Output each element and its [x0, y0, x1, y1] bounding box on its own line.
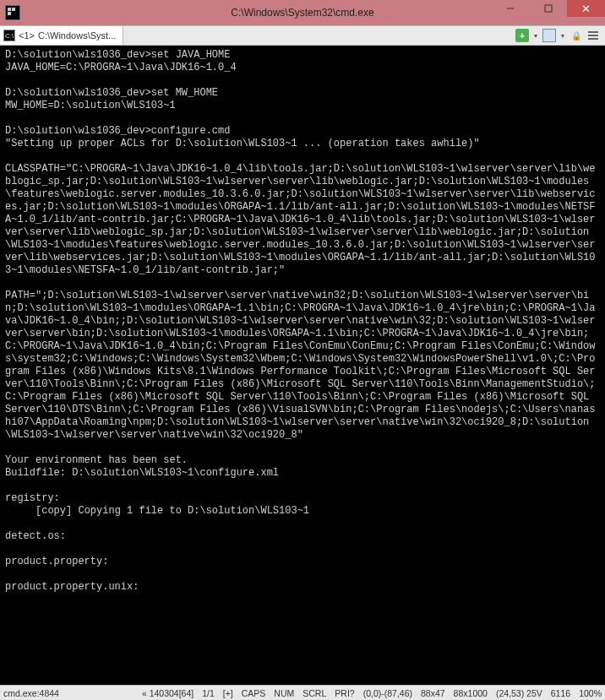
- status-mode: [+]: [223, 688, 233, 698]
- window-controls: ✕: [491, 0, 605, 17]
- status-process: cmd.exe:4844: [3, 688, 59, 698]
- lock-icon[interactable]: 🔒: [570, 29, 583, 42]
- new-console-button[interactable]: +: [515, 29, 529, 42]
- tab-label: C:\Windows\Syst...: [38, 30, 116, 41]
- toolbar-tray: + ▾ ▾ 🔒: [510, 26, 605, 45]
- status-chars: « 140304[64]: [142, 688, 193, 698]
- close-button[interactable]: ✕: [567, 0, 605, 17]
- status-buf: 6116: [551, 688, 570, 698]
- window-titlebar: C:\Windows\System32\cmd.exe ✕: [0, 0, 605, 25]
- minimize-button[interactable]: [491, 0, 529, 17]
- attach-window-button[interactable]: [542, 29, 556, 42]
- status-consize: 88x1000: [454, 688, 488, 698]
- status-pri: PRI?: [335, 688, 354, 698]
- svg-rect-3: [8, 12, 11, 15]
- status-scrl: SCRL: [302, 688, 326, 698]
- tabbar-spacer: [123, 26, 510, 45]
- attach-dropdown[interactable]: ▾: [559, 29, 566, 42]
- status-bar: cmd.exe:4844 « 140304[64] 1/1 [+] CAPS N…: [0, 685, 605, 700]
- menu-button[interactable]: [586, 29, 600, 42]
- maximize-button[interactable]: [529, 0, 567, 17]
- status-pct: 100%: [579, 688, 602, 698]
- status-num: NUM: [274, 688, 294, 698]
- app-icon: [5, 5, 20, 20]
- svg-rect-2: [12, 8, 15, 11]
- tab-bar: C:\ <1> C:\Windows\Syst... + ▾ ▾ 🔒: [0, 25, 605, 46]
- status-caps: CAPS: [242, 688, 266, 698]
- svg-rect-5: [545, 5, 552, 12]
- status-lines: 1/1: [202, 688, 215, 698]
- new-console-dropdown[interactable]: ▾: [532, 29, 539, 42]
- status-cell: (24,53) 25V: [496, 688, 542, 698]
- cmd-icon: C:\: [3, 30, 15, 41]
- status-cursor: (0,0)-(87,46): [363, 688, 412, 698]
- window-title: C:\Windows\System32\cmd.exe: [231, 7, 373, 19]
- tab-index: <1>: [19, 30, 35, 41]
- console-tab[interactable]: C:\ <1> C:\Windows\Syst...: [0, 26, 123, 45]
- status-size: 88x47: [421, 688, 445, 698]
- terminal-output[interactable]: D:\solution\wls1036_dev>set JAVA_HOME JA…: [0, 46, 605, 685]
- svg-rect-1: [8, 8, 11, 11]
